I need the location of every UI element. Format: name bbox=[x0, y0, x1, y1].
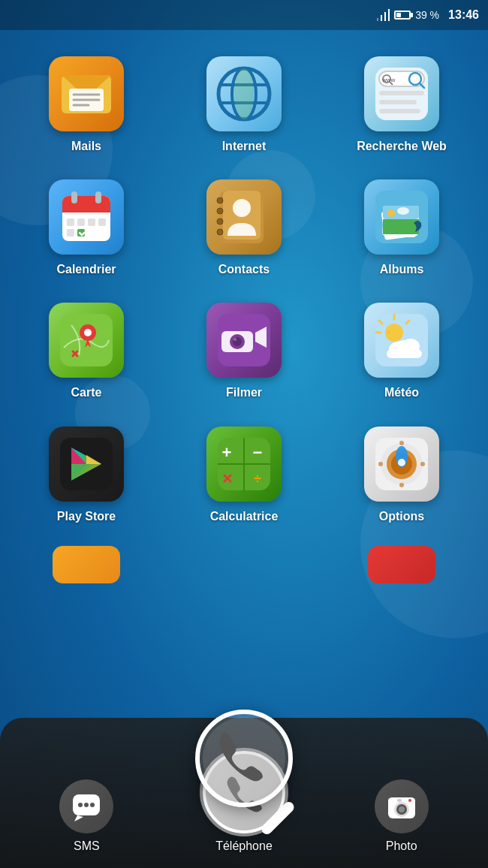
playstore-icon bbox=[49, 426, 124, 502]
svg-text:✕: ✕ bbox=[221, 472, 233, 487]
svg-rect-32 bbox=[77, 219, 85, 226]
svg-text:−: − bbox=[253, 443, 263, 462]
svg-rect-64 bbox=[375, 314, 428, 366]
svg-point-40 bbox=[217, 208, 223, 214]
battery-percent: 39 % bbox=[415, 9, 439, 21]
signal-icon bbox=[375, 9, 390, 21]
telephone-label: Téléphone bbox=[215, 839, 273, 853]
partial-app-row bbox=[0, 538, 488, 591]
svg-point-63 bbox=[233, 338, 236, 341]
svg-point-42 bbox=[217, 229, 223, 235]
albums-label: Albums bbox=[380, 262, 424, 276]
app-calendrier[interactable]: Calendrier bbox=[8, 168, 165, 291]
calendrier-label: Calendrier bbox=[56, 262, 116, 276]
app-meteo[interactable]: Météo bbox=[323, 291, 480, 414]
svg-rect-23 bbox=[379, 109, 420, 113]
svg-text:www: www bbox=[381, 77, 396, 83]
dock-photo[interactable]: Photo bbox=[375, 779, 429, 853]
calculatrice-icon: + − ✕ ÷ bbox=[206, 426, 282, 502]
options-icon bbox=[364, 426, 439, 502]
contacts-icon bbox=[206, 179, 282, 255]
partial-app-left bbox=[53, 546, 120, 583]
svg-rect-74 bbox=[387, 349, 422, 358]
svg-point-43 bbox=[233, 199, 251, 217]
internet-icon bbox=[206, 56, 282, 131]
internet-label: Internet bbox=[222, 139, 267, 153]
partial-app-right bbox=[368, 546, 435, 583]
svg-rect-31 bbox=[67, 219, 74, 226]
svg-marker-2 bbox=[381, 15, 382, 21]
svg-text:+: + bbox=[222, 443, 232, 462]
calendrier-icon bbox=[49, 179, 124, 255]
sms-dock-icon bbox=[59, 779, 113, 833]
svg-point-41 bbox=[217, 219, 223, 225]
svg-rect-52 bbox=[383, 230, 419, 234]
svg-rect-30 bbox=[95, 191, 101, 203]
dock-apps: SMS Téléphone bbox=[0, 718, 488, 868]
calculatrice-label: Calculatrice bbox=[210, 509, 279, 523]
svg-point-15 bbox=[234, 68, 254, 119]
dock-telephone[interactable]: Téléphone bbox=[203, 751, 285, 853]
svg-rect-22 bbox=[379, 100, 417, 104]
status-bar: 39 % 13:46 bbox=[0, 0, 488, 30]
svg-point-49 bbox=[387, 209, 395, 217]
recherche-label: Recherche Web bbox=[357, 139, 447, 153]
sms-label: SMS bbox=[74, 839, 100, 853]
meteo-icon bbox=[364, 303, 439, 378]
svg-rect-21 bbox=[379, 91, 424, 95]
svg-point-50 bbox=[397, 207, 409, 215]
mails-label: Mails bbox=[71, 139, 101, 153]
carte-icon bbox=[49, 303, 124, 378]
app-options[interactable]: Options bbox=[323, 415, 480, 538]
svg-point-98 bbox=[78, 803, 83, 807]
svg-point-94 bbox=[399, 483, 404, 487]
mails-icon bbox=[49, 56, 124, 131]
svg-rect-35 bbox=[67, 229, 74, 237]
svg-marker-1 bbox=[384, 12, 386, 21]
partial-app-middle bbox=[210, 546, 278, 583]
svg-point-96 bbox=[420, 462, 425, 466]
carte-label: Carte bbox=[71, 385, 102, 399]
filmer-icon bbox=[206, 303, 282, 378]
svg-point-106 bbox=[399, 806, 405, 812]
svg-point-107 bbox=[408, 799, 411, 802]
svg-point-92 bbox=[398, 459, 405, 466]
svg-rect-28 bbox=[62, 206, 110, 212]
clock: 13:46 bbox=[448, 8, 479, 22]
svg-point-93 bbox=[399, 441, 404, 445]
albums-icon bbox=[364, 179, 439, 255]
dock-sms[interactable]: SMS bbox=[59, 779, 113, 853]
svg-marker-0 bbox=[388, 9, 390, 21]
playstore-label: Play Store bbox=[57, 509, 116, 523]
app-filmer[interactable]: Filmer bbox=[165, 291, 323, 414]
meteo-label: Météo bbox=[384, 385, 419, 399]
svg-rect-34 bbox=[98, 219, 106, 226]
filmer-label: Filmer bbox=[226, 385, 262, 399]
svg-rect-29 bbox=[71, 191, 77, 203]
contacts-label: Contacts bbox=[218, 262, 270, 276]
app-albums[interactable]: Albums bbox=[323, 168, 480, 291]
dock: SMS Téléphone bbox=[0, 718, 488, 868]
photo-label: Photo bbox=[386, 839, 417, 853]
svg-rect-33 bbox=[88, 219, 95, 226]
svg-marker-3 bbox=[377, 18, 378, 21]
options-label: Options bbox=[379, 509, 424, 523]
app-carte[interactable]: Carte bbox=[8, 291, 165, 414]
svg-point-100 bbox=[90, 803, 95, 807]
app-grid: Mails Internet www bbox=[0, 30, 488, 546]
app-contacts[interactable]: Contacts bbox=[165, 168, 323, 291]
svg-point-99 bbox=[84, 803, 89, 807]
recherche-icon: www bbox=[364, 56, 439, 131]
app-calculatrice[interactable]: + − ✕ ÷ Calculatrice bbox=[165, 415, 323, 538]
battery-icon bbox=[394, 11, 411, 20]
svg-text:÷: ÷ bbox=[254, 472, 261, 487]
svg-point-65 bbox=[385, 324, 403, 342]
app-internet[interactable]: Internet bbox=[165, 45, 323, 168]
svg-point-39 bbox=[217, 197, 223, 203]
svg-point-101 bbox=[203, 717, 285, 800]
app-recherche-web[interactable]: www Recherche Web bbox=[323, 45, 480, 168]
app-play-store[interactable]: Play Store bbox=[8, 415, 165, 538]
app-mails[interactable]: Mails bbox=[8, 45, 165, 168]
magnifier-circle bbox=[195, 710, 293, 807]
svg-point-55 bbox=[84, 329, 92, 336]
